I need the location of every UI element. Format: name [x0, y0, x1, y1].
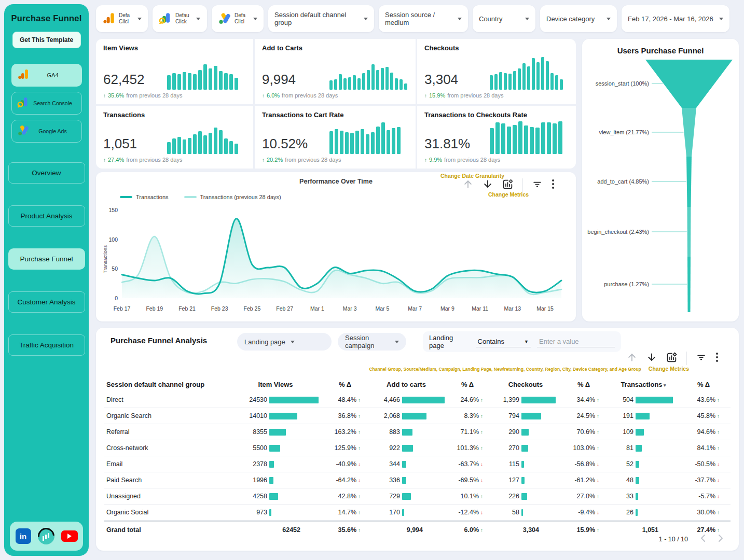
- funnel-segment-purchase[interactable]: [687, 257, 691, 312]
- spark-bar: [188, 138, 191, 154]
- grand-total-row[interactable]: Grand total6245235.6%↑9,9946.0%↑3,30415.…: [104, 521, 731, 538]
- sidebar-item-product-analysis[interactable]: Product Analysis: [8, 205, 85, 227]
- spark-bar: [343, 78, 347, 90]
- arrow-down-icon: ↓: [717, 494, 720, 499]
- filter-value-input[interactable]: [537, 336, 615, 347]
- metric-value: 24530: [234, 396, 267, 403]
- metric-bar: [269, 397, 319, 403]
- delta-cell: 71.1%↑: [445, 428, 490, 436]
- filter-icon[interactable]: [532, 179, 542, 191]
- more-options-icon[interactable]: [715, 352, 719, 365]
- arrow-down-icon: ↓: [597, 478, 599, 483]
- linkedin-icon[interactable]: in: [16, 528, 31, 544]
- table-header-cell[interactable]: Add to carts: [368, 381, 445, 388]
- delta-cell: 27.0%↑: [561, 493, 607, 500]
- table-row[interactable]: Referral8355163.2%↑88371.1%↑29070.6%↑109…: [104, 424, 731, 440]
- get-template-button[interactable]: Get This Template: [12, 32, 81, 48]
- change-metrics-icon[interactable]: [502, 179, 513, 192]
- metric-bar: [521, 509, 523, 516]
- funnel-segment-view_item[interactable]: [682, 108, 696, 157]
- chevron-down-icon: [395, 341, 399, 343]
- delta-cell: 6.0%↑: [445, 526, 490, 534]
- youtube-icon[interactable]: [61, 530, 78, 542]
- sparkline-chart: [167, 120, 246, 154]
- more-options-icon[interactable]: [552, 179, 555, 191]
- table-header-cell[interactable]: Item Views: [229, 381, 322, 388]
- delta-cell: -12.4%↓: [445, 509, 490, 516]
- filter-operator-select[interactable]: Contains▼: [476, 336, 531, 347]
- filter-icon[interactable]: [696, 353, 706, 365]
- metric-bar: [636, 493, 638, 500]
- sidebar-item-purchase-funnel[interactable]: Purchase Funnel: [8, 248, 85, 270]
- spark-bar: [546, 61, 549, 90]
- dimension-chip-landing-page[interactable]: Landing page: [237, 333, 332, 351]
- source-button-ga4[interactable]: GA4: [11, 64, 82, 87]
- funnel-segment-begin_checkout[interactable]: [687, 207, 691, 257]
- table-header-cell[interactable]: % Δ: [680, 381, 727, 388]
- brand-logo-icon[interactable]: [38, 528, 54, 544]
- channel-cell: Grand total: [104, 526, 229, 534]
- next-page-icon[interactable]: [718, 534, 723, 544]
- filter-source-medium[interactable]: Session source / medium: [379, 5, 468, 32]
- metric-value: 883: [373, 428, 400, 436]
- table-row[interactable]: Organic Search1401036.8%↑2,0688.3%↑79424…: [104, 408, 731, 424]
- arrow-down-icon[interactable]: [646, 352, 657, 365]
- spark-bar: [535, 128, 540, 154]
- arrow-down-icon: ↓: [480, 510, 483, 515]
- metric-bar: [402, 397, 445, 403]
- scorecard-item-views: Item Views 62,452 ↑35.6%from previous 28…: [96, 39, 253, 104]
- data-source-chip-search-console[interactable]: DefauClick: [153, 5, 207, 32]
- delta-cell: 14.7%↑: [322, 509, 368, 516]
- table-header-cell[interactable]: Checkouts: [490, 381, 561, 388]
- data-source-chip-google-ads[interactable]: DefaClicl: [212, 5, 264, 32]
- metric-value: 1996: [234, 477, 267, 484]
- metric-cell: 1996: [229, 477, 322, 484]
- change-metrics-icon[interactable]: [666, 352, 677, 365]
- table-header-cell[interactable]: Session default channel group: [104, 381, 229, 388]
- delta-cell: 45.8%↑: [680, 412, 727, 419]
- arrow-down-icon[interactable]: [483, 179, 493, 191]
- metric-cell: 794: [490, 412, 561, 419]
- table-header-cell[interactable]: % Δ: [445, 381, 490, 388]
- table-row[interactable]: Cross-network5500125.9%↑922101.3%↑270103…: [104, 440, 731, 456]
- metric-value: 8355: [234, 428, 267, 436]
- sidebar-item-customer-analysis[interactable]: Customer Analysis: [8, 291, 85, 313]
- filter-channel-group[interactable]: Session default channel group: [268, 5, 374, 32]
- spark-bar: [219, 130, 223, 154]
- spark-bar: [371, 64, 375, 90]
- metric-value: 2,068: [373, 412, 400, 419]
- table-header-cell[interactable]: % Δ: [322, 381, 368, 388]
- arrow-down-icon: ↓: [358, 478, 361, 483]
- spark-bar: [558, 121, 562, 154]
- filter-device-category[interactable]: Device category: [540, 5, 617, 32]
- previous-page-icon[interactable]: [700, 534, 706, 544]
- table-row[interactable]: Paid Search1996-64.2%↓336-69.5%↓127-61.2…: [104, 472, 731, 488]
- arrow-up-icon[interactable]: [463, 179, 473, 191]
- sidebar-item-overview[interactable]: Overview: [8, 162, 85, 184]
- table-header-cell[interactable]: % Δ: [561, 381, 607, 388]
- table-header-cell[interactable]: Transactions ▾: [607, 381, 680, 388]
- table-row[interactable]: Unassigned425842.8%↑72910.1%↑22627.0%↑33…: [104, 488, 731, 505]
- delta-cell: 10.1%↑: [445, 493, 490, 500]
- toolbar-divider: [522, 178, 523, 192]
- table-row[interactable]: Organic Social97314.7%↑170-12.4%↓58-9.4%…: [104, 505, 731, 521]
- scorecard-delta: ↑6.0%from previous 28 days: [262, 92, 338, 99]
- dimension-chip-session-campaign[interactable]: Session campaign: [338, 333, 406, 351]
- arrow-up-icon[interactable]: [627, 352, 637, 365]
- date-range-picker[interactable]: Feb 17, 2026 - Mar 16, 2026: [622, 5, 729, 32]
- source-button-google-ads[interactable]: Google Ads: [11, 120, 82, 143]
- spark-bar: [495, 122, 500, 154]
- metric-value: 336: [373, 477, 400, 484]
- spark-bar: [355, 131, 359, 154]
- table-row[interactable]: Direct2453048.4%↑4,46624.6%↑1,39934.4%↑5…: [104, 392, 731, 408]
- data-source-chip-ga4[interactable]: DefaClicl: [96, 5, 148, 32]
- funnel-segment-add_to_cart[interactable]: [686, 157, 692, 207]
- chevron-down-icon: [291, 341, 295, 343]
- source-button-search-console[interactable]: Search Console: [11, 92, 82, 115]
- filter-country[interactable]: Country: [473, 5, 535, 32]
- sidebar-item-traffic-acquisition[interactable]: Traffic Acquisition: [8, 334, 85, 356]
- chevron-down-icon: [525, 18, 529, 20]
- delta-cell: 70.6%↑: [561, 428, 607, 436]
- table-row[interactable]: Email2378-40.9%↓344-63.7%↓115-56.8%↓52-5…: [104, 456, 731, 472]
- arrow-up-icon: ↑: [480, 429, 483, 435]
